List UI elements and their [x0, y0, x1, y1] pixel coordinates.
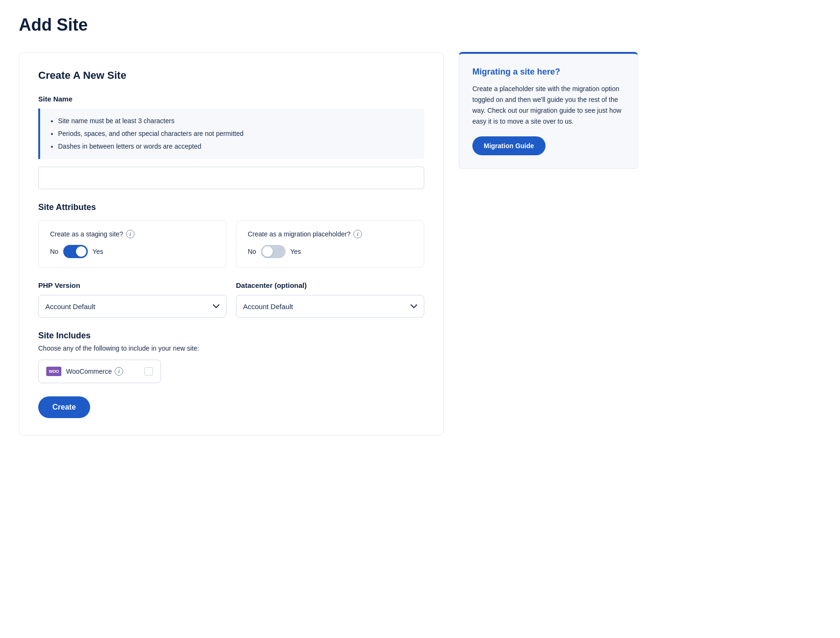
- php-version-select[interactable]: Account Default 8.3 8.2 8.1 8.0 7.4: [38, 295, 227, 318]
- migration-info-icon[interactable]: i: [353, 230, 362, 238]
- site-name-rule-2: Periods, spaces, and other special chara…: [58, 129, 415, 139]
- staging-card-label: Create as a staging site? i: [50, 230, 215, 238]
- attributes-row: Create as a staging site? i No Yes: [38, 220, 424, 268]
- site-attributes-label: Site Attributes: [38, 202, 424, 212]
- site-name-label: Site Name: [38, 95, 424, 103]
- site-name-rule-1: Site name must be at least 3 characters: [58, 116, 415, 126]
- create-site-form: Create A New Site Site Name Site name mu…: [19, 52, 444, 436]
- site-name-info-box: Site name must be at least 3 characters …: [38, 109, 424, 159]
- woocommerce-checkbox[interactable]: [144, 367, 153, 376]
- migration-card: Create as a migration placeholder? i No …: [236, 220, 424, 268]
- site-name-input[interactable]: [38, 167, 424, 189]
- migration-toggle-slider: [261, 245, 286, 258]
- staging-toggle-on-label: Yes: [92, 248, 103, 255]
- woocommerce-label: WooCommerce i: [66, 367, 140, 376]
- staging-toggle-knob: [76, 246, 86, 257]
- create-button[interactable]: Create: [38, 396, 90, 418]
- page-title: Add Site: [19, 15, 821, 35]
- migration-card-desc: Create a placeholder site with the migra…: [472, 84, 624, 127]
- staging-toggle-slider: [63, 245, 88, 258]
- migration-toggle[interactable]: [261, 245, 286, 258]
- datacenter-label: Datacenter (optional): [236, 281, 424, 289]
- woocommerce-info-icon[interactable]: i: [115, 367, 123, 376]
- staging-toggle-off-label: No: [50, 248, 59, 255]
- staging-toggle-row: No Yes: [50, 245, 215, 258]
- form-section-title: Create A New Site: [38, 69, 424, 82]
- woocommerce-icon: WOO: [46, 367, 61, 376]
- migration-card-title: Migrating a site here?: [472, 67, 624, 77]
- woocommerce-include-item: WOO WooCommerce i: [38, 360, 161, 383]
- selects-row: PHP Version Account Default 8.3 8.2 8.1 …: [38, 281, 424, 318]
- migration-toggle-knob: [262, 246, 273, 257]
- php-version-label: PHP Version: [38, 281, 227, 289]
- site-includes-desc: Choose any of the following to include i…: [38, 344, 424, 352]
- datacenter-select[interactable]: Account Default US East US West EU West …: [236, 295, 424, 318]
- staging-toggle[interactable]: [63, 245, 88, 258]
- site-name-rule-3: Dashes in between letters or words are a…: [58, 142, 415, 151]
- site-name-rules-list: Site name must be at least 3 characters …: [50, 116, 415, 151]
- php-version-group: PHP Version Account Default 8.3 8.2 8.1 …: [38, 281, 227, 318]
- staging-card: Create as a staging site? i No Yes: [38, 220, 227, 268]
- staging-info-icon[interactable]: i: [126, 230, 134, 238]
- migration-guide-button[interactable]: Migration Guide: [472, 136, 546, 155]
- sidebar-panel: Migrating a site here? Create a placehol…: [459, 52, 638, 169]
- site-includes-title: Site Includes: [38, 331, 424, 341]
- migration-toggle-on-label: Yes: [290, 248, 301, 255]
- migration-info-card: Migrating a site here? Create a placehol…: [459, 52, 638, 169]
- migration-placeholder-card-label: Create as a migration placeholder? i: [248, 230, 412, 238]
- datacenter-group: Datacenter (optional) Account Default US…: [236, 281, 424, 318]
- migration-toggle-row: No Yes: [248, 245, 412, 258]
- migration-toggle-off-label: No: [248, 248, 256, 255]
